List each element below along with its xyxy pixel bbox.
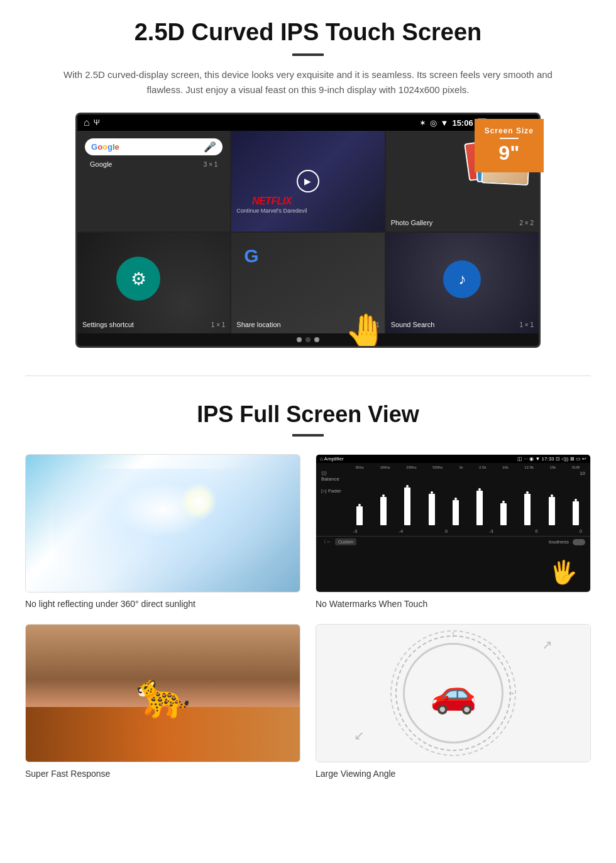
settings-app-cell[interactable]: ⚙ Settings shortcut 1 × 1: [77, 233, 230, 333]
netflix-logo: NETFLIX: [236, 196, 307, 207]
dot-3: [314, 337, 319, 342]
eq-bar-4: [429, 494, 435, 525]
dot-1: [297, 337, 302, 342]
sound-search-cell[interactable]: ♪ Sound Search 1 × 1: [386, 233, 539, 333]
bluetooth-icon: ✶: [419, 118, 426, 128]
dot-2: [305, 337, 311, 342]
amp-hand-illustration: 🖐: [549, 559, 578, 586]
google-logo: Google: [91, 142, 119, 152]
google-grid-size: 3 × 1: [204, 161, 218, 168]
gear-icon: ⚙: [116, 257, 160, 301]
eq-bar-6: [476, 491, 483, 525]
amp-eq-bars: 60hz100hz200hz500hz1k2.5k10k12.5k15kSUB …: [350, 465, 585, 533]
settings-app-name: Settings shortcut: [82, 321, 134, 328]
amp-equalizer-content: ⟨⟩⟩ Balance ▷) Fader 60hz100hz200hz500hz…: [316, 463, 590, 536]
amplifier-image: ⌂ Amplifier ◫ ··· ◉ ▼ 17:33 ⊡ ◁)) ⊠ ▭ ↩ …: [316, 454, 591, 593]
amp-sidebar: ⟨⟩⟩ Balance ▷) Fader: [321, 465, 346, 533]
music-icon: ♪: [443, 260, 481, 298]
share-grid-size: 1 × 1: [365, 321, 380, 328]
screen-size-badge: Screen Size 9": [475, 119, 544, 172]
amp-bottom-controls: 〈← Custom loudness: [316, 536, 590, 547]
feature-grid: No light reflecting under 360° direct su…: [25, 454, 591, 779]
subtitle-text: With 2.5D curved-display screen, this de…: [50, 67, 566, 97]
settings-cell-label: Settings shortcut 1 × 1: [77, 320, 230, 330]
device-screen: ⌂ Ψ ✶ ◎ ▼ 15:06 ⬜ ▷) ✕ ▭ ↩: [75, 113, 541, 348]
arrow-right: →: [507, 688, 515, 698]
sound-cell-label: Sound Search 1 × 1: [386, 320, 539, 330]
car-top-view-icon: 🚗: [430, 671, 477, 716]
sunlight-visual: [26, 455, 300, 592]
feature-watermark: ⌂ Amplifier ◫ ··· ◉ ▼ 17:33 ⊡ ◁)) ⊠ ▭ ↩ …: [316, 454, 591, 609]
eq-bar-5: [453, 500, 459, 525]
section2-title: IPS Full Screen View: [25, 401, 591, 428]
location-icon: ◎: [430, 118, 437, 128]
mic-icon: 🎤: [204, 141, 216, 153]
wifi-icon: ▼: [441, 118, 449, 128]
car-rotation-circle: ↑ → 🚗: [403, 643, 503, 743]
google-search-bar[interactable]: Google 🎤: [85, 138, 223, 155]
eq-bar-2: [380, 497, 387, 525]
app-grid: Google 🎤 Google 3 × 1 ▶ NETFLIX: [77, 131, 539, 333]
netflix-app-cell[interactable]: ▶ NETFLIX Continue Marvel's Daredevil Ne…: [231, 131, 384, 231]
google-app-cell[interactable]: Google 🎤 Google 3 × 1: [77, 131, 230, 231]
share-location-cell[interactable]: G Share location 1 × 1 🤚: [231, 233, 384, 333]
eq-bar-9: [549, 497, 555, 525]
eq-frequency-labels: 60hz100hz200hz500hz1k2.5k10k12.5k15kSUB: [350, 465, 585, 469]
sunlight-label: No light reflecting under 360° direct su…: [25, 599, 300, 609]
loudness-toggle[interactable]: [573, 539, 585, 545]
feature-fast-response: 🐆 Super Fast Response: [25, 624, 300, 779]
status-bar: ⌂ Ψ ✶ ◎ ▼ 15:06 ⬜ ▷) ✕ ▭ ↩: [77, 114, 539, 131]
eq-bar-1: [356, 506, 363, 525]
share-app-name: Share location: [236, 321, 280, 328]
usb-icon: Ψ: [94, 118, 100, 127]
section-divider: [25, 376, 591, 376]
netflix-overlay: NETFLIX Continue Marvel's Daredevil: [236, 196, 307, 214]
netflix-subtitle: Continue Marvel's Daredevil: [236, 208, 307, 214]
settings-grid-size: 1 × 1: [211, 321, 226, 328]
google-app-name: Google: [90, 160, 112, 168]
main-title: 2.5D Curved IPS Touch Screen: [25, 19, 591, 46]
eq-bar-3: [404, 487, 410, 525]
amp-status-bar: ⌂ Amplifier ◫ ··· ◉ ▼ 17:33 ⊡ ◁)) ⊠ ▭ ↩: [316, 455, 590, 463]
fast-response-label: Super Fast Response: [25, 769, 300, 779]
g-logo: G: [244, 245, 258, 267]
gear-symbol: ⚙: [131, 269, 146, 289]
sound-grid-size: 1 × 1: [519, 321, 534, 328]
share-cell-label: Share location 1 × 1: [231, 320, 384, 330]
curved-arrow-2: ↙: [354, 728, 365, 743]
eq-bar-group: [350, 477, 585, 528]
home-icon: ⌂: [84, 117, 90, 128]
play-button[interactable]: ▶: [297, 170, 319, 192]
device-wrapper: ⌂ Ψ ✶ ◎ ▼ 15:06 ⬜ ▷) ✕ ▭ ↩: [75, 113, 541, 348]
eq-bar-10: [573, 501, 579, 525]
badge-size: 9": [485, 142, 534, 165]
photo-grid-size: 2 × 2: [519, 220, 534, 226]
time-display: 15:06: [452, 118, 473, 128]
car-image: ↑ → 🚗 ↗ ↙: [316, 624, 591, 762]
eq-bar-8: [524, 494, 531, 525]
title-underline: [292, 53, 324, 56]
photo-app-name: Photo Gallery: [391, 219, 433, 226]
page-indicator: [77, 333, 539, 346]
section2-underline: [292, 434, 324, 437]
sunlight-image: [25, 454, 300, 593]
section-curved-screen: 2.5D Curved IPS Touch Screen With 2.5D c…: [0, 0, 616, 363]
badge-divider: [500, 138, 519, 139]
section-ips-view: IPS Full Screen View No light reflecting…: [0, 389, 616, 798]
cheetah-image: 🐆: [25, 624, 300, 762]
custom-button[interactable]: Custom: [335, 538, 356, 545]
cheetah-visual: 🐆: [26, 625, 300, 762]
watermark-label: No Watermarks When Touch: [316, 599, 591, 609]
amplifier-visual: ⌂ Amplifier ◫ ··· ◉ ▼ 17:33 ⊡ ◁)) ⊠ ▭ ↩ …: [316, 455, 590, 592]
badge-title: Screen Size: [485, 126, 534, 135]
music-note-symbol: ♪: [458, 270, 466, 288]
feature-sunlight: No light reflecting under 360° direct su…: [25, 454, 300, 609]
google-cell-label: Google 3 × 1: [85, 159, 223, 169]
cheetah-emoji: 🐆: [136, 669, 190, 721]
arrow-top: ↑: [451, 629, 456, 639]
sound-app-name: Sound Search: [391, 321, 435, 328]
photo-cell-label: Photo Gallery 2 × 2: [386, 218, 539, 228]
netflix-bg: ▶: [231, 131, 384, 231]
viewing-angle-label: Large Viewing Angle: [316, 769, 591, 779]
eq-bar-7: [500, 503, 507, 525]
